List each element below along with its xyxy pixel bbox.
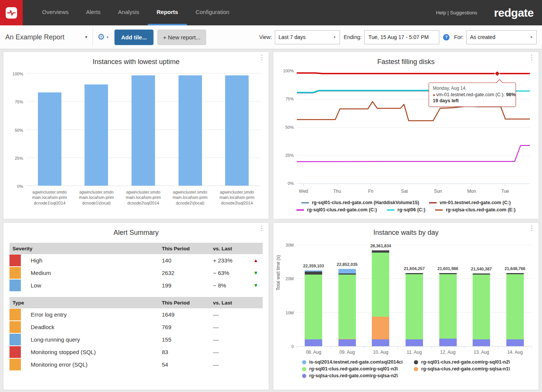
legend-item[interactable]: rg-sqlsa-clus.red-gate.com\rg-sqlsa-n1\ bbox=[414, 366, 510, 372]
legend-swatch bbox=[301, 202, 309, 203]
legend-item[interactable]: vm-01.testnet.red-gate.com (C:) bbox=[429, 200, 511, 205]
tab-configuration[interactable]: Configuration bbox=[187, 0, 238, 25]
stacked-bar[interactable] bbox=[506, 273, 524, 346]
bar-segment[interactable] bbox=[372, 250, 389, 253]
bar-segment[interactable] bbox=[439, 274, 457, 339]
y-axis-label: 10M bbox=[277, 311, 294, 315]
waits-legend: is-sql2014.testnet.red-gate.com\sql2014c… bbox=[302, 359, 510, 378]
ending-value: Tue, 15 Aug 17 - 5:07 PM bbox=[368, 34, 429, 40]
bar-segment[interactable] bbox=[305, 275, 322, 340]
bar-segment[interactable] bbox=[338, 269, 356, 273]
kebab-menu-icon[interactable]: ⋮ bbox=[258, 225, 265, 231]
stacked-bar[interactable] bbox=[473, 273, 490, 346]
bar-segment[interactable] bbox=[506, 274, 524, 339]
y-axis-label: 100% bbox=[7, 72, 23, 76]
bar-segment[interactable] bbox=[338, 339, 356, 346]
report-picker[interactable]: An Example Report ▼ bbox=[5, 33, 91, 41]
uptime-bar[interactable] bbox=[85, 84, 108, 186]
uptime-bar[interactable] bbox=[179, 75, 202, 186]
legend-item[interactable]: rg-sql06 (C:) bbox=[387, 207, 426, 212]
down-triangle-icon: ▼ bbox=[249, 283, 263, 288]
bar-segment[interactable] bbox=[338, 275, 356, 339]
help-icon[interactable]: ? bbox=[443, 34, 450, 41]
legend-item[interactable]: rg-sql01-clus.red-gate.com\rg-sql01-n2\ bbox=[414, 359, 510, 365]
x-axis-label: 10. Aug bbox=[364, 350, 398, 355]
tooltip-date: Monday, Aug 14 bbox=[433, 86, 512, 91]
this-period-value: 140 bbox=[162, 257, 213, 264]
x-axis-label: Fri bbox=[368, 189, 373, 194]
bar-total-label: 21,604,257 bbox=[404, 266, 425, 271]
legend-swatch bbox=[387, 209, 395, 211]
severity-swatch bbox=[9, 321, 21, 333]
gear-icon: ⚙ bbox=[97, 32, 105, 42]
bar-segment[interactable] bbox=[406, 339, 423, 346]
uptime-bar[interactable] bbox=[132, 75, 155, 186]
axis-tick bbox=[398, 347, 398, 348]
stacked-bar[interactable] bbox=[439, 273, 457, 346]
legend-dot bbox=[302, 360, 306, 364]
table-row: Medium 2632 − 63% ▼ bbox=[9, 267, 263, 279]
table-row: Deadlock 769 — bbox=[9, 321, 263, 333]
tile-title-waits: Instance waits by day bbox=[273, 229, 539, 237]
ending-datetime-input[interactable]: Tue, 15 Aug 17 - 5:07 PM bbox=[364, 30, 439, 44]
tab-analysis[interactable]: Analysis bbox=[109, 0, 148, 25]
bar-segment[interactable] bbox=[305, 339, 322, 346]
toolbar-filters: View: Last 7 days ▼ Ending: Tue, 15 Aug … bbox=[255, 30, 537, 44]
view-select[interactable]: Last 7 days ▼ bbox=[275, 30, 340, 44]
chevron-down-icon: ▼ bbox=[106, 36, 109, 39]
gridline bbox=[26, 186, 260, 186]
y-axis-label: 0% bbox=[7, 184, 23, 189]
y-axis-label: 100% bbox=[278, 69, 294, 73]
bar-segment[interactable] bbox=[372, 317, 389, 339]
help-suggestions-link[interactable]: Help | Suggestions bbox=[436, 10, 477, 16]
row-label: Low bbox=[31, 282, 41, 289]
uptime-bar[interactable] bbox=[38, 92, 61, 186]
stacked-bar[interactable] bbox=[305, 270, 322, 346]
bar-segment[interactable] bbox=[439, 339, 457, 346]
uptime-bar[interactable] bbox=[225, 75, 249, 186]
legend-item[interactable]: is-sql2014.testnet.red-gate.com\sql2014c… bbox=[302, 359, 403, 365]
legend-item[interactable]: rg-sql01-clus.red-gate.com\rg-sql01-n3\ bbox=[302, 366, 403, 372]
tab-reports[interactable]: Reports bbox=[148, 0, 187, 25]
legend-item[interactable]: rg-sql01-clus.red-gate.com (C:) bbox=[296, 207, 377, 212]
bar-segment[interactable] bbox=[372, 339, 389, 346]
this-period-value: 2632 bbox=[162, 270, 213, 276]
x-axis-label: agwincluster.smdomain.local\sm-primdcnod… bbox=[26, 189, 73, 206]
vs-last-value: + 233% bbox=[213, 257, 249, 264]
stacked-bar[interactable] bbox=[372, 250, 389, 346]
x-axis-label: 11. Aug bbox=[398, 350, 431, 355]
legend-item[interactable]: rg-sqlsa-clus.red-gate.com (E:) bbox=[435, 207, 515, 212]
vs-last-value: — bbox=[213, 361, 249, 368]
tab-overviews[interactable]: Overviews bbox=[33, 0, 77, 25]
waits-plot: 010M20M30M22,359,10322,852,03528,361,834… bbox=[297, 245, 532, 347]
kebab-menu-icon[interactable]: ⋮ bbox=[528, 54, 535, 61]
legend-item[interactable]: rg-sql01-clus.red-gate.com (HarddiskVolu… bbox=[301, 200, 419, 205]
report-settings-button[interactable]: ⚙ ▼ bbox=[97, 32, 109, 42]
stacked-bar[interactable] bbox=[338, 269, 356, 346]
report-toolbar: An Example Report ▼ ⚙ ▼ Add tile... + Ne… bbox=[0, 25, 542, 49]
bar-segment[interactable] bbox=[473, 339, 490, 346]
bar-segment[interactable] bbox=[506, 339, 524, 346]
axis-tick bbox=[532, 347, 532, 348]
table-row: Low 199 − 8% ▼ bbox=[9, 279, 263, 292]
bar-segment[interactable] bbox=[406, 274, 423, 339]
stacked-bar[interactable] bbox=[406, 273, 423, 346]
y-axis-label: 20M bbox=[277, 276, 294, 281]
kebab-menu-icon[interactable]: ⋮ bbox=[528, 225, 535, 231]
bar-segment[interactable] bbox=[305, 272, 322, 275]
new-report-button[interactable]: + New report... bbox=[157, 30, 206, 45]
bar-segment[interactable] bbox=[473, 275, 490, 340]
bar-segment[interactable] bbox=[372, 253, 389, 317]
legend-item[interactable]: rg-sqlsa-clus.red-gate.com\rg-sqlsa-n2\ bbox=[302, 373, 403, 378]
tooltip-note: 19 days left bbox=[433, 98, 512, 103]
kebab-menu-icon[interactable]: ⋮ bbox=[258, 54, 265, 61]
tab-alerts[interactable]: Alerts bbox=[77, 0, 109, 25]
tile-disks: ⋮ Fastest filling disks WedThuFriSatSunM… bbox=[273, 52, 539, 219]
app-logo[interactable] bbox=[0, 0, 23, 25]
row-label: Monitoring error (SQL) bbox=[31, 361, 88, 368]
row-label: Long-running query bbox=[31, 336, 80, 343]
bar-total-label: 22,359,103 bbox=[303, 264, 324, 268]
add-tile-button[interactable]: Add tile... bbox=[114, 30, 154, 45]
table-row: Monitoring stopped (SQL) 83 — bbox=[9, 346, 263, 358]
for-select[interactable]: As created ▼ bbox=[466, 30, 537, 44]
